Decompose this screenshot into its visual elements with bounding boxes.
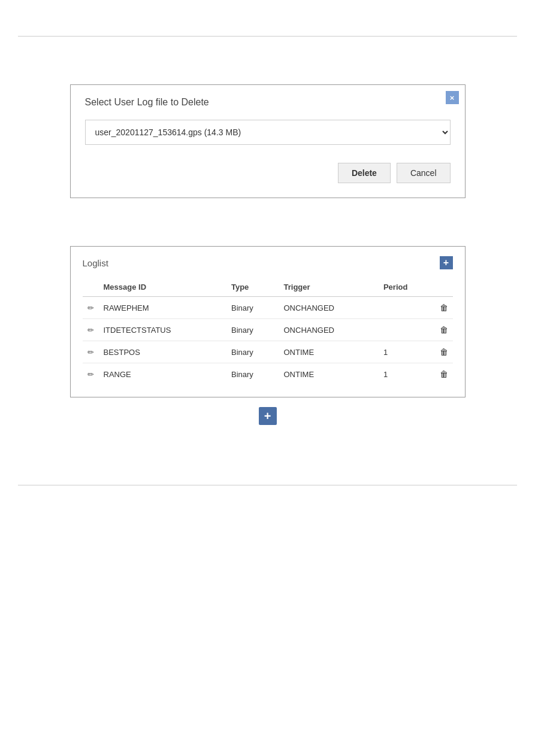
loglist-header: Loglist +	[83, 256, 453, 269]
edit-cell[interactable]: ✏	[83, 341, 99, 363]
period-cell: 1	[379, 363, 435, 385]
trash-icon[interactable]: 🗑	[440, 369, 448, 379]
col-edit-header	[83, 279, 99, 297]
bottom-add-container: +	[0, 407, 535, 425]
table-row: ✏ITDETECTSTATUSBinaryONCHANGED🗑	[83, 319, 453, 341]
table-row: ✏RANGEBinaryONTIME1🗑	[83, 363, 453, 385]
type-cell: Binary	[226, 341, 279, 363]
delete-cell[interactable]: 🗑	[435, 341, 453, 363]
delete-cell[interactable]: 🗑	[435, 297, 453, 319]
bottom-divider	[18, 485, 517, 485]
type-cell: Binary	[226, 297, 279, 319]
table-row: ✏BESTPOSBinaryONTIME1🗑	[83, 341, 453, 363]
delete-cell[interactable]: 🗑	[435, 363, 453, 385]
cancel-button[interactable]: Cancel	[397, 163, 451, 183]
loglist-table: Message ID Type Trigger Period ✏RAWEPHEM…	[83, 279, 453, 385]
trigger-cell: ONTIME	[279, 363, 379, 385]
message-id-cell: ITDETECTSTATUS	[99, 319, 226, 341]
edit-icon[interactable]: ✏	[87, 303, 94, 312]
edit-cell[interactable]: ✏	[83, 297, 99, 319]
col-type-header: Type	[226, 279, 279, 297]
col-delete-header	[435, 279, 453, 297]
trigger-cell: ONCHANGED	[279, 297, 379, 319]
trash-icon[interactable]: 🗑	[440, 347, 448, 357]
edit-cell[interactable]: ✏	[83, 319, 99, 341]
delete-dialog: × Select User Log file to Delete user_20…	[70, 84, 466, 198]
trigger-cell: ONTIME	[279, 341, 379, 363]
period-cell: 1	[379, 341, 435, 363]
message-id-cell: BESTPOS	[99, 341, 226, 363]
period-cell	[379, 297, 435, 319]
trigger-cell: ONCHANGED	[279, 319, 379, 341]
message-id-cell: RAWEPHEM	[99, 297, 226, 319]
period-cell	[379, 319, 435, 341]
trash-icon[interactable]: 🗑	[440, 325, 448, 335]
type-cell: Binary	[226, 319, 279, 341]
col-message-id-header: Message ID	[99, 279, 226, 297]
top-divider	[18, 36, 517, 37]
loglist-add-button[interactable]: +	[440, 256, 453, 269]
log-file-select[interactable]: user_20201127_153614.gps (14.3 MB)	[85, 120, 451, 145]
dialog-close-button[interactable]: ×	[446, 91, 459, 104]
loglist-panel: Loglist + Message ID Type Trigger Period…	[70, 246, 466, 397]
loglist-title: Loglist	[83, 258, 108, 268]
bottom-add-button[interactable]: +	[259, 407, 277, 425]
edit-icon[interactable]: ✏	[87, 326, 94, 335]
col-trigger-header: Trigger	[279, 279, 379, 297]
dialog-actions: Delete Cancel	[85, 163, 451, 183]
trash-icon[interactable]: 🗑	[440, 303, 448, 312]
col-period-header: Period	[379, 279, 435, 297]
table-header-row: Message ID Type Trigger Period	[83, 279, 453, 297]
table-row: ✏RAWEPHEMBinaryONCHANGED🗑	[83, 297, 453, 319]
dialog-title: Select User Log file to Delete	[85, 97, 451, 108]
type-cell: Binary	[226, 363, 279, 385]
delete-button[interactable]: Delete	[338, 163, 391, 183]
delete-cell[interactable]: 🗑	[435, 319, 453, 341]
edit-cell[interactable]: ✏	[83, 363, 99, 385]
edit-icon[interactable]: ✏	[87, 348, 94, 357]
message-id-cell: RANGE	[99, 363, 226, 385]
edit-icon[interactable]: ✏	[87, 370, 94, 379]
